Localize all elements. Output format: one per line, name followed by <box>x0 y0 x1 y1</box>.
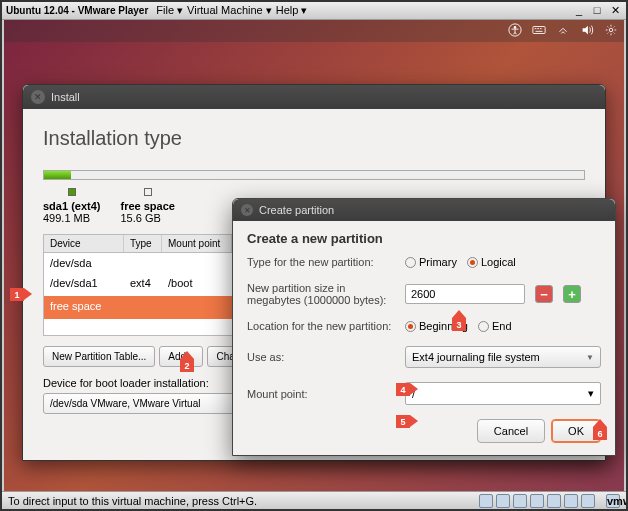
vmware-logo: vmware <box>606 494 620 508</box>
chevron-down-icon: ▾ <box>588 387 594 400</box>
vmware-menus: File ▾ Virtual Machine ▾ Help ▾ <box>156 4 307 17</box>
useas-select[interactable]: Ext4 journaling file system▼ <box>405 346 601 368</box>
vmware-titlebar: Ubuntu 12.04 - VMware Player File ▾ Virt… <box>2 2 626 20</box>
callout-5: 5 <box>396 415 410 428</box>
vmware-title: Ubuntu 12.04 - VMware Player <box>6 5 148 16</box>
svg-rect-5 <box>540 28 542 29</box>
menu-file[interactable]: File ▾ <box>156 4 183 17</box>
dialog-title: Create partition <box>259 204 334 216</box>
svg-point-1 <box>514 26 517 29</box>
minimize-button[interactable]: _ <box>572 4 586 17</box>
callout-2: 2 <box>180 359 194 372</box>
window-buttons: _ □ ✕ <box>572 4 622 17</box>
col-type[interactable]: Type <box>124 235 162 252</box>
dialog-titlebar[interactable]: ✕ Create partition <box>233 199 615 221</box>
dialog-heading: Create a new partition <box>247 231 601 246</box>
col-device[interactable]: Device <box>44 235 124 252</box>
accessibility-icon[interactable] <box>508 23 522 39</box>
location-label: Location for the new partition: <box>247 320 397 332</box>
svg-rect-2 <box>533 27 545 34</box>
gear-icon[interactable] <box>604 23 618 39</box>
menu-help[interactable]: Help ▾ <box>276 4 308 17</box>
callout-1: 1 <box>10 288 24 301</box>
useas-label: Use as: <box>247 351 397 363</box>
network-icon[interactable] <box>556 23 570 39</box>
radio-logical[interactable]: Logical <box>467 256 516 268</box>
size-increment-button[interactable]: + <box>563 285 581 303</box>
close-button[interactable]: ✕ <box>608 4 622 17</box>
installer-heading: Installation type <box>23 109 605 162</box>
tray-icon[interactable] <box>513 494 527 508</box>
tray-icon[interactable] <box>564 494 578 508</box>
new-partition-table-button[interactable]: New Partition Table... <box>43 346 155 367</box>
callout-4: 4 <box>396 383 410 396</box>
tray-icon[interactable] <box>581 494 595 508</box>
create-partition-dialog: ✕ Create partition Create a new partitio… <box>232 198 616 456</box>
cancel-button[interactable]: Cancel <box>477 419 545 443</box>
type-label: Type for the new partition: <box>247 256 397 268</box>
tray-icon[interactable] <box>530 494 544 508</box>
installer-window-title: Install <box>51 91 80 103</box>
tray-icon[interactable] <box>547 494 561 508</box>
installer-titlebar[interactable]: ✕ Install <box>23 85 605 109</box>
vmware-statusbar: To direct input to this virtual machine,… <box>2 491 626 509</box>
radio-primary[interactable]: Primary <box>405 256 457 268</box>
menu-vm[interactable]: Virtual Machine ▾ <box>187 4 272 17</box>
size-label: New partition size in megabytes (1000000… <box>247 282 397 306</box>
guest-screen: ✕ Install Installation type sda1 (ext4)4… <box>4 20 624 491</box>
vmware-tray: vmware <box>479 494 620 508</box>
installer-close-icon[interactable]: ✕ <box>31 90 45 104</box>
ubuntu-topbar <box>4 20 624 42</box>
svg-rect-6 <box>536 31 543 32</box>
col-mount[interactable]: Mount point <box>162 235 232 252</box>
radio-end[interactable]: End <box>478 320 512 332</box>
mount-input[interactable]: /▾ <box>405 382 601 405</box>
mount-label: Mount point: <box>247 388 397 400</box>
callout-3: 3 <box>452 318 466 331</box>
keyboard-icon[interactable] <box>532 23 546 39</box>
volume-icon[interactable] <box>580 23 594 39</box>
callout-6: 6 <box>593 427 607 440</box>
size-decrement-button[interactable]: − <box>535 285 553 303</box>
svg-point-7 <box>609 28 613 32</box>
tray-icon[interactable] <box>479 494 493 508</box>
tray-icon[interactable] <box>496 494 510 508</box>
status-text: To direct input to this virtual machine,… <box>8 495 257 507</box>
disk-usage-bar <box>43 170 585 180</box>
size-input[interactable] <box>405 284 525 304</box>
maximize-button[interactable]: □ <box>590 4 604 17</box>
svg-rect-4 <box>537 28 539 29</box>
chevron-down-icon: ▼ <box>586 353 594 362</box>
dialog-close-icon[interactable]: ✕ <box>241 204 253 216</box>
svg-rect-3 <box>535 28 537 29</box>
